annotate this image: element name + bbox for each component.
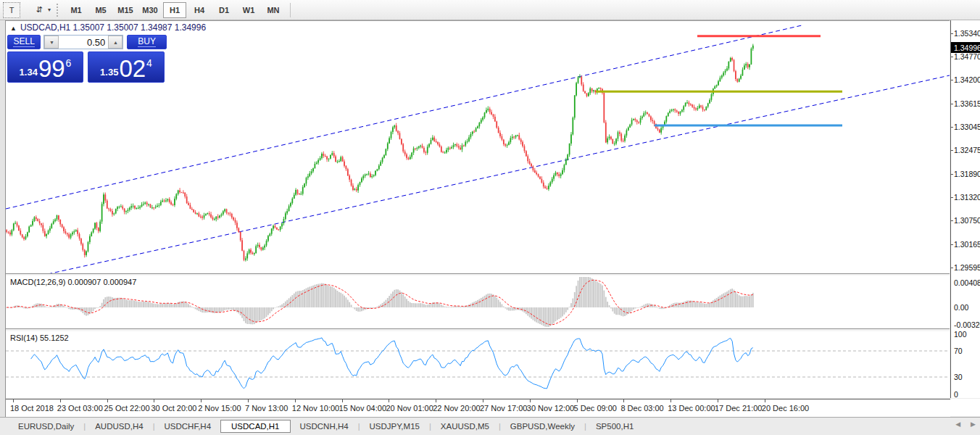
rsi-label: RSI(14) 55.1252	[10, 334, 69, 342]
chart-tab-usdjpy-m15[interactable]: USDJPY,M15	[360, 420, 428, 432]
price-axis-tick	[951, 104, 953, 104]
buy-price-display[interactable]: 1.35 02 4	[88, 51, 165, 83]
volume-stepper: ▼ ▲	[43, 35, 123, 49]
volume-input[interactable]	[59, 36, 108, 49]
volume-down-button[interactable]: ▼	[44, 36, 59, 49]
time-axis-tick	[670, 399, 671, 402]
chart-ohlc-title: USDCAD,H1 1.35007 1.35007 1.34987 1.3499…	[20, 22, 206, 33]
buy-button[interactable]: BUY	[127, 35, 167, 49]
sell-price-big: 99	[38, 57, 65, 80]
price-axis-label: 1.34200	[954, 75, 980, 84]
time-axis-tick	[342, 399, 343, 402]
price-axis-tick	[951, 220, 953, 221]
sell-button[interactable]: SELL	[7, 35, 41, 49]
one-click-trading-panel: SELL ▼ ▲ BUY 1.34 99 6 1.35 02 4	[7, 35, 167, 83]
text-tool-button[interactable]: T	[3, 2, 20, 18]
time-axis-label: 13 Dec 00:00	[668, 404, 715, 413]
time-axis-label: 18 Oct 2018	[10, 404, 54, 413]
toolbar-separator	[290, 3, 291, 17]
timeframe-toolbar: M1M5M15M30H1H4D1W1MN	[64, 2, 286, 18]
price-axis-label: 1.33615	[954, 99, 980, 108]
chart-tab-gbpusd-weekly[interactable]: GBPUSD,Weekly	[501, 420, 584, 432]
chart-tab-usdcnh-h4[interactable]: USDCNH,H4	[291, 420, 358, 432]
buy-price-small: 1.35	[100, 67, 118, 78]
price-axis-tick	[951, 127, 953, 128]
time-axis-label: 27 Nov 17:00	[480, 404, 527, 413]
chart-tab-sp500-h1[interactable]: SP500,H1	[586, 420, 643, 432]
time-axis-tick	[483, 399, 483, 402]
macd-label: MACD(12,26,9) 0.000907 0.000947	[10, 278, 136, 286]
arrange-arrows-icon[interactable]: ⇵	[31, 2, 47, 18]
time-axis-tick	[577, 399, 578, 402]
timeframe-button-m30[interactable]: M30	[138, 2, 162, 18]
time-axis-label: 22 Nov 20:00	[433, 404, 480, 413]
buy-price-sup: 4	[146, 57, 152, 69]
sell-price-sup: 6	[66, 57, 72, 69]
rsi-indicator-panel[interactable]	[6, 331, 950, 398]
macd-axis-label: 0.00	[954, 303, 968, 312]
chart-tab-usdchf-h4[interactable]: USDCHF,H4	[155, 420, 221, 432]
time-axis-label: 20 Nov 01:00	[386, 404, 433, 413]
timeframe-button-h4[interactable]: H4	[188, 2, 211, 18]
timeframe-button-m5[interactable]: M5	[89, 2, 112, 18]
time-axis-label: 17 Dec 21:00	[715, 404, 762, 413]
price-axis-tick	[951, 174, 953, 175]
time-axis-label: 30 Nov 12:00	[527, 404, 574, 413]
toolbar-grip[interactable]	[57, 4, 58, 17]
rsi-axis-label: 100	[954, 330, 967, 339]
macd-indicator-panel[interactable]	[6, 276, 950, 328]
price-axis[interactable]: 1.353401.347701.342001.336151.330451.324…	[950, 20, 980, 398]
sell-price-display[interactable]: 1.34 99 6	[7, 51, 83, 83]
time-axis-label: 30 Oct 20:00	[151, 404, 196, 413]
price-axis-tick	[951, 57, 953, 57]
time-axis-label: 25 Oct 22:00	[104, 404, 150, 413]
timeframe-button-m1[interactable]: M1	[65, 2, 88, 18]
chart-window-title: ▲USDCAD,H1 1.35007 1.35007 1.34987 1.349…	[10, 22, 206, 33]
timeframe-button-m15[interactable]: M15	[114, 2, 137, 18]
tab-scrollers: ◀ ▶	[955, 420, 976, 428]
time-axis-tick	[107, 399, 108, 402]
axis-corner	[950, 399, 980, 416]
price-axis-label: 1.31890	[954, 170, 980, 178]
time-axis-tick	[436, 399, 436, 402]
timeframe-button-h1[interactable]: H1	[163, 2, 186, 18]
chart-tab-eurusd-daily[interactable]: EURUSD,Daily	[9, 420, 83, 432]
timeframe-button-w1[interactable]: W1	[237, 2, 260, 18]
time-axis-tick	[765, 399, 765, 402]
toolbar: T ⇵ ▾ M1M5M15M30H1H4D1W1MN	[0, 0, 980, 20]
time-axis-label: 5 Dec 09:00	[574, 404, 617, 413]
buy-price-big: 02	[119, 57, 146, 80]
toolbar-dropdown-caret-icon[interactable]: ▾	[48, 7, 51, 13]
price-axis-label: 1.35340	[954, 29, 980, 38]
price-axis-tick	[951, 33, 953, 34]
time-axis-tick	[389, 399, 389, 402]
volume-up-button[interactable]: ▲	[108, 36, 122, 49]
scroll-right-icon[interactable]: ▶	[971, 420, 976, 428]
time-axis-tick	[60, 399, 61, 402]
time-axis-label: 8 Dec 03:00	[620, 404, 663, 413]
price-axis-tick	[951, 80, 953, 80]
chart-tab-xauusd-m5[interactable]: XAUUSD,M5	[431, 420, 499, 432]
chart-tab-audusd-h4[interactable]: AUDUSD,H4	[86, 420, 152, 432]
price-axis-label: 1.30750	[954, 216, 980, 225]
timeframe-button-mn[interactable]: MN	[262, 2, 285, 18]
collapse-triangle-icon[interactable]: ▲	[10, 25, 17, 32]
price-axis-tick	[951, 244, 953, 245]
time-axis-tick	[530, 399, 531, 402]
current-price-tag: 1.34996	[951, 42, 980, 53]
time-axis-label: 12 Nov 10:00	[292, 404, 339, 413]
time-axis-tick	[154, 399, 154, 402]
macd-axis-label: 0.004083	[954, 278, 980, 287]
time-axis-label: 2 Nov 15:00	[198, 404, 241, 413]
scroll-left-icon[interactable]: ◀	[955, 420, 960, 428]
time-axis-label: 7 Nov 13:00	[245, 404, 288, 413]
time-axis-tick	[201, 399, 202, 402]
price-axis-tick	[951, 268, 953, 268]
price-axis-label: 1.29595	[954, 263, 980, 272]
timeframe-button-d1[interactable]: D1	[212, 2, 236, 18]
time-axis[interactable]: 18 Oct 201823 Oct 03:0025 Oct 22:0030 Oc…	[6, 399, 950, 417]
rsi-axis-label: 30	[954, 373, 963, 381]
window-left-border	[0, 20, 6, 435]
chart-tab-usdcad-h1[interactable]: USDCAD,H1	[220, 420, 290, 433]
price-axis-label: 1.33045	[954, 123, 980, 131]
